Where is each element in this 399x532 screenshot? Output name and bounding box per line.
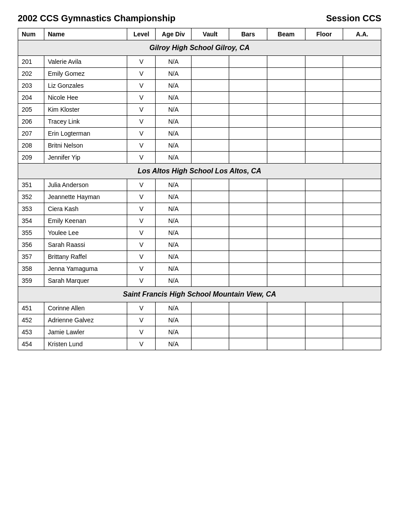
athlete-floor bbox=[305, 92, 343, 104]
athlete-beam bbox=[267, 56, 305, 68]
table-row: 209Jennifer YipVN/A bbox=[18, 152, 381, 164]
athlete-bars bbox=[229, 128, 267, 140]
athlete-beam bbox=[267, 191, 305, 203]
athlete-agediv: N/A bbox=[156, 116, 191, 128]
athlete-agediv: N/A bbox=[156, 80, 191, 92]
athlete-num: 206 bbox=[18, 116, 44, 128]
athlete-bars bbox=[229, 104, 267, 116]
athlete-agediv: N/A bbox=[156, 227, 191, 239]
athlete-name: Erin Logterman bbox=[44, 128, 127, 140]
athlete-aa bbox=[343, 227, 381, 239]
athlete-floor bbox=[305, 251, 343, 263]
athlete-beam bbox=[267, 251, 305, 263]
athlete-level: V bbox=[127, 239, 156, 251]
table-row: 356Sarah RaassiVN/A bbox=[18, 239, 381, 251]
athlete-num: 354 bbox=[18, 215, 44, 227]
athlete-name: Youlee Lee bbox=[44, 227, 127, 239]
school-header-cell: Gilroy High School Gilroy, CA bbox=[18, 40, 381, 56]
athlete-num: 204 bbox=[18, 92, 44, 104]
athlete-level: V bbox=[127, 326, 156, 338]
table-row: 353Ciera KashVN/A bbox=[18, 203, 381, 215]
athlete-aa bbox=[343, 275, 381, 287]
athlete-vault bbox=[191, 92, 229, 104]
table-header-row: Num Name Level Age Div Vault Bars Beam F… bbox=[18, 28, 381, 40]
school-header-row: Saint Francis High School Mountain View,… bbox=[18, 287, 381, 302]
athlete-level: V bbox=[127, 179, 156, 191]
athlete-beam bbox=[267, 128, 305, 140]
athlete-aa bbox=[343, 104, 381, 116]
athlete-name: Kristen Lund bbox=[44, 338, 127, 350]
table-row: 203Liz GonzalesVN/A bbox=[18, 80, 381, 92]
athlete-vault bbox=[191, 128, 229, 140]
athlete-agediv: N/A bbox=[156, 92, 191, 104]
athlete-name: Kim Kloster bbox=[44, 104, 127, 116]
session-label: Session CCS bbox=[326, 13, 381, 23]
athlete-num: 202 bbox=[18, 68, 44, 80]
athlete-agediv: N/A bbox=[156, 152, 191, 164]
athlete-num: 356 bbox=[18, 239, 44, 251]
athlete-name: Ciera Kash bbox=[44, 203, 127, 215]
athlete-floor bbox=[305, 227, 343, 239]
athlete-vault bbox=[191, 152, 229, 164]
table-row: 201Valerie AvilaVN/A bbox=[18, 56, 381, 68]
athlete-aa bbox=[343, 302, 381, 314]
school-header-row: Gilroy High School Gilroy, CA bbox=[18, 40, 381, 56]
athlete-beam bbox=[267, 263, 305, 275]
athlete-floor bbox=[305, 56, 343, 68]
athlete-num: 201 bbox=[18, 56, 44, 68]
athlete-floor bbox=[305, 263, 343, 275]
athlete-beam bbox=[267, 227, 305, 239]
athlete-bars bbox=[229, 275, 267, 287]
athlete-bars bbox=[229, 302, 267, 314]
table-row: 454Kristen LundVN/A bbox=[18, 338, 381, 350]
athlete-name: Julia Anderson bbox=[44, 179, 127, 191]
table-row: 205Kim KlosterVN/A bbox=[18, 104, 381, 116]
athlete-name: Jenna Yamaguma bbox=[44, 263, 127, 275]
col-header-floor: Floor bbox=[305, 28, 343, 40]
athlete-agediv: N/A bbox=[156, 239, 191, 251]
athlete-vault bbox=[191, 215, 229, 227]
athlete-num: 355 bbox=[18, 227, 44, 239]
athlete-bars bbox=[229, 68, 267, 80]
athlete-name: Tracey Link bbox=[44, 116, 127, 128]
athlete-vault bbox=[191, 263, 229, 275]
athlete-vault bbox=[191, 68, 229, 80]
athlete-agediv: N/A bbox=[156, 191, 191, 203]
athlete-num: 357 bbox=[18, 251, 44, 263]
table-row: 207Erin LogtermanVN/A bbox=[18, 128, 381, 140]
athlete-bars bbox=[229, 191, 267, 203]
table-row: 452Adrienne GalvezVN/A bbox=[18, 314, 381, 326]
athlete-num: 358 bbox=[18, 263, 44, 275]
athlete-agediv: N/A bbox=[156, 56, 191, 68]
table-row: 351Julia AndersonVN/A bbox=[18, 179, 381, 191]
table-row: 357Brittany RaffelVN/A bbox=[18, 251, 381, 263]
table-row: 453Jamie LawlerVN/A bbox=[18, 326, 381, 338]
athlete-beam bbox=[267, 68, 305, 80]
col-header-bars: Bars bbox=[229, 28, 267, 40]
col-header-aa: A.A. bbox=[343, 28, 381, 40]
athlete-num: 359 bbox=[18, 275, 44, 287]
athlete-level: V bbox=[127, 302, 156, 314]
athlete-beam bbox=[267, 302, 305, 314]
athlete-floor bbox=[305, 203, 343, 215]
athlete-vault bbox=[191, 326, 229, 338]
athlete-agediv: N/A bbox=[156, 68, 191, 80]
col-header-num: Num bbox=[18, 28, 44, 40]
athlete-num: 453 bbox=[18, 326, 44, 338]
athlete-level: V bbox=[127, 215, 156, 227]
athlete-name: Jamie Lawler bbox=[44, 326, 127, 338]
athlete-vault bbox=[191, 203, 229, 215]
athlete-level: V bbox=[127, 251, 156, 263]
table-row: 202Emily GomezVN/A bbox=[18, 68, 381, 80]
athlete-floor bbox=[305, 239, 343, 251]
athlete-agediv: N/A bbox=[156, 128, 191, 140]
athlete-num: 351 bbox=[18, 179, 44, 191]
athlete-agediv: N/A bbox=[156, 104, 191, 116]
athlete-bars bbox=[229, 56, 267, 68]
athlete-level: V bbox=[127, 191, 156, 203]
athlete-vault bbox=[191, 191, 229, 203]
athlete-beam bbox=[267, 326, 305, 338]
athlete-level: V bbox=[127, 314, 156, 326]
athlete-bars bbox=[229, 215, 267, 227]
athlete-vault bbox=[191, 338, 229, 350]
